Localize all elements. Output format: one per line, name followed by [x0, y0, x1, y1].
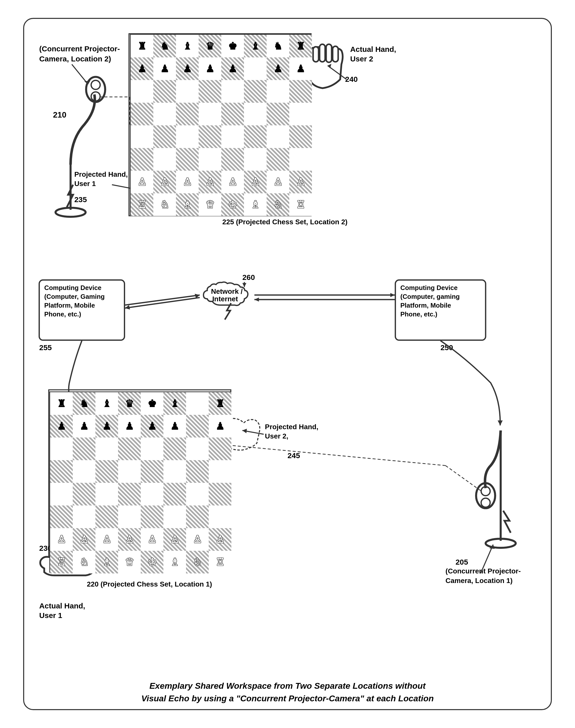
chess-cell: ♙	[141, 528, 163, 551]
chess-cell: ♙	[153, 171, 176, 193]
svg-text:240: 240	[345, 75, 358, 83]
chess-cell: ♟	[209, 415, 231, 438]
svg-line-42	[125, 298, 200, 308]
chess-cell	[176, 148, 199, 171]
chess-cell: ♙	[163, 528, 186, 551]
chess-cell	[118, 460, 141, 483]
svg-text:Camera, Location 2): Camera, Location 2)	[39, 55, 111, 63]
svg-text:245: 245	[288, 451, 300, 460]
svg-line-12	[72, 64, 88, 84]
chess-cell	[244, 58, 267, 80]
chess-cell: ♘	[267, 193, 289, 216]
svg-text:Actual Hand,: Actual Hand,	[350, 45, 396, 54]
chess-cell	[73, 460, 95, 483]
chess-cell	[199, 80, 221, 103]
page: 210 (Concurrent Projector- Camera, Locat…	[0, 0, 575, 728]
chess-cell	[289, 125, 312, 148]
chess-cell: ♙	[176, 171, 199, 193]
chess-cell	[176, 80, 199, 103]
chess-cell	[50, 438, 73, 460]
chess-cell	[95, 438, 118, 460]
chess-cell: ♖	[289, 193, 312, 216]
svg-text:Network /: Network /	[211, 287, 243, 295]
svg-marker-22	[328, 64, 331, 68]
chess-cell	[221, 80, 244, 103]
chess-cell	[73, 438, 95, 460]
svg-rect-17	[333, 46, 338, 62]
chess-cell	[267, 80, 289, 103]
chess-cell: ♙	[50, 528, 73, 551]
svg-text:225 (Projected Chess Set, Loca: 225 (Projected Chess Set, Location 2)	[222, 218, 347, 226]
chess-cell	[73, 483, 95, 506]
svg-text:Actual Hand,: Actual Hand,	[39, 602, 86, 610]
chess-cell	[209, 438, 231, 460]
svg-marker-13	[84, 80, 90, 84]
svg-text:205: 205	[455, 558, 468, 566]
svg-point-55	[486, 539, 516, 548]
chess-cell	[163, 438, 186, 460]
chess-cell	[244, 80, 267, 103]
chess-cell: ♙	[118, 528, 141, 551]
svg-marker-51	[390, 293, 395, 297]
chess-cell: ♙	[131, 171, 153, 193]
chess-cell	[289, 80, 312, 103]
svg-text:Visual Echo by using a "Concur: Visual Echo by using a "Concurrent Proje…	[141, 694, 434, 703]
chess-cell: ♕	[199, 193, 221, 216]
chess-cell: ♙	[289, 171, 312, 193]
chess-cell	[153, 103, 176, 125]
chess-cell	[267, 125, 289, 148]
chess-cell	[186, 460, 209, 483]
chess-cell	[289, 148, 312, 171]
svg-text:(Computer, Gaming: (Computer, Gaming	[44, 293, 105, 300]
svg-rect-34	[39, 280, 125, 340]
chess-cell: ♗	[176, 193, 199, 216]
chess-cell	[131, 103, 153, 125]
chess-cell: ♙	[209, 528, 231, 551]
chess-cell	[131, 148, 153, 171]
svg-text:User 1: User 1	[74, 180, 96, 187]
svg-marker-53	[255, 298, 259, 302]
chess-cell: ♟	[289, 58, 312, 80]
chess-cell	[131, 125, 153, 148]
chess-cell	[176, 125, 199, 148]
svg-line-21	[328, 66, 346, 79]
bottom-chess-board: ♜♞♝♛♚♝♜♟♟♟♟♟♟♟♙♙♙♙♙♙♙♙♖♘♗♕♔♗♘♖	[49, 391, 231, 573]
svg-text:Computing Device: Computing Device	[44, 284, 101, 291]
chess-cell	[209, 506, 231, 528]
chess-cell: ♖	[209, 551, 231, 574]
chess-cell	[186, 506, 209, 528]
chess-cell	[73, 506, 95, 528]
svg-text:(Concurrent Projector-: (Concurrent Projector-	[39, 44, 120, 53]
svg-text:User 2,: User 2,	[265, 432, 288, 440]
svg-text:User 1: User 1	[39, 611, 62, 620]
chess-cell: ♖	[131, 193, 153, 216]
chess-cell: ♚	[141, 392, 163, 415]
chess-cell: ♝	[163, 392, 186, 415]
chess-cell: ♞	[153, 35, 176, 58]
chess-cell	[163, 506, 186, 528]
chess-cell: ♚	[221, 35, 244, 58]
svg-marker-65	[489, 545, 495, 549]
svg-text:(Concurrent Projector-: (Concurrent Projector-	[446, 567, 521, 575]
svg-text:Projected Hand,: Projected Hand,	[265, 423, 318, 431]
svg-text:Platform, Mobile: Platform, Mobile	[44, 302, 95, 309]
svg-rect-44	[395, 280, 486, 340]
chess-cell: ♟	[73, 415, 95, 438]
chess-cell: ♗	[163, 551, 186, 574]
svg-point-58	[481, 498, 490, 507]
chess-cell: ♖	[50, 551, 73, 574]
top-chess-board: ♜♞♝♛♚♝♞♜♟♟♟♟♟♟♟♙♙♙♙♙♙♙♙♖♘♗♕♔♗♘♖	[130, 34, 311, 215]
svg-marker-80	[498, 420, 503, 425]
chess-cell	[221, 148, 244, 171]
chess-cell: ♘	[186, 551, 209, 574]
chess-cell: ♔	[221, 193, 244, 216]
svg-text:(Computer, gaming: (Computer, gaming	[400, 293, 460, 300]
chess-cell	[50, 460, 73, 483]
svg-point-4	[86, 77, 105, 102]
chess-cell: ♕	[118, 551, 141, 574]
chess-cell	[95, 460, 118, 483]
svg-text:235: 235	[74, 195, 87, 204]
chess-cell	[153, 148, 176, 171]
chess-cell: ♙	[244, 171, 267, 193]
svg-point-5	[91, 80, 100, 90]
